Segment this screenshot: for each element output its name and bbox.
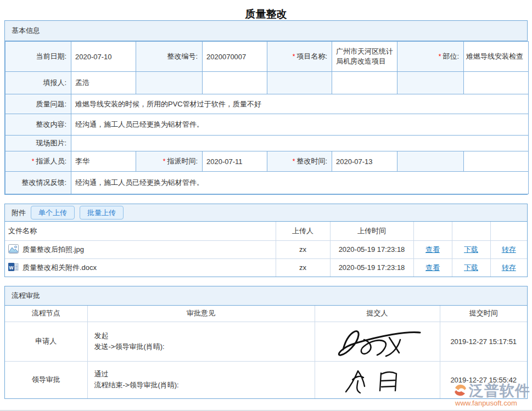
view-link[interactable]: 查看 [425, 263, 440, 272]
attachment-uploader: zx [276, 258, 330, 277]
field-label-assign-time: *指派时间: [136, 151, 203, 172]
attachment-upload-time: 2020-05-19 17:23:18 [330, 240, 413, 258]
approval-panel: 流程审批 流程节点 审批意见 提交人 提交时间 申请人 发起 发送->领导审批(… [4, 286, 528, 399]
col-header-submitter: 提交人 [315, 306, 440, 322]
single-upload-button[interactable]: 单个上传 [31, 206, 75, 219]
basic-info-panel: 基本信息 当前日期: 2020-07-10 整改编号: 2020070007 *… [4, 20, 528, 195]
field-value-code: 2020070007 [203, 42, 267, 72]
approval-title: 流程审批 [12, 291, 40, 301]
empty-label-cell [397, 151, 464, 172]
opinion-line: 通过 [94, 369, 311, 380]
empty-label-cell [397, 72, 464, 94]
field-value-current-date: 2020-07-10 [71, 42, 136, 72]
col-header-file-name: 文件名称 [5, 222, 276, 240]
approval-header: 流程审批 [5, 286, 527, 306]
field-value-part: 难燃导线安装检查 [464, 42, 529, 72]
empty-value-cell [464, 151, 529, 172]
col-header-empty [413, 222, 452, 240]
approval-table: 流程节点 审批意见 提交人 提交时间 申请人 发起 发送->领导审批(肖晴): [5, 306, 527, 398]
attachment-upload-time: 2020-05-19 17:23:18 [330, 258, 413, 277]
download-link[interactable]: 下载 [464, 245, 478, 254]
col-header-empty [490, 222, 527, 240]
field-label-project: *项目名称: [267, 42, 332, 72]
empty-value-cell [203, 72, 267, 94]
attachments-header: 附件 单个上传 批量上传 [5, 204, 527, 222]
download-link[interactable]: 下载 [464, 263, 478, 272]
page-title: 质量整改 [0, 0, 532, 20]
empty-value-cell [464, 72, 529, 94]
field-value-photo [71, 136, 529, 151]
required-marker: * [293, 53, 295, 60]
field-label-content: 整改内容: [5, 114, 71, 136]
flow-node: 申请人 [5, 322, 87, 361]
col-header-upload-time: 上传时间 [330, 222, 413, 240]
approval-row: 领导审批 通过 流程结束->领导审批(肖晴): 2019-12-27 15:55… [5, 361, 527, 398]
submitter-signature-menghao [318, 324, 436, 358]
field-label-current-date: 当前日期: [5, 42, 71, 72]
required-marker: * [163, 157, 166, 165]
submit-time: 2019-12-27 15:55:42 [440, 361, 527, 398]
attachments-title: 附件 [12, 208, 26, 218]
empty-label-cell [267, 72, 332, 94]
batch-upload-button[interactable]: 批量上传 [80, 206, 124, 219]
submit-time: 2019-12-27 15:17:51 [440, 322, 527, 361]
basic-info-table: 当前日期: 2020-07-10 整改编号: 2020070007 *项目名称:… [5, 41, 529, 194]
opinion-line: 发起 [94, 330, 311, 341]
field-value-assignee: 李华 [71, 151, 136, 172]
field-value-reporter: 孟浩 [71, 72, 136, 94]
col-header-uploader: 上传人 [276, 222, 330, 240]
opinion-line: 流程结束->领导审批(肖晴): [94, 380, 311, 391]
attachments-table: 文件名称 上传人 上传时间 质量整改后拍照.jpg zx 2020-05-19 … [5, 222, 527, 277]
field-label-rectify-time: *整改时间: [267, 151, 332, 172]
required-marker: * [293, 157, 295, 165]
field-label-assignee: *指派人员: [5, 151, 71, 172]
field-value-content: 经沟通，施工人员已经更换为铝材管件。 [71, 114, 529, 136]
attachments-panel: 附件 单个上传 批量上传 文件名称 上传人 上传时间 质量整改后拍照.jpg [4, 204, 528, 277]
field-label-feedback: 整改情况反馈: [5, 172, 71, 194]
attachment-file-name[interactable]: 质量整改相关附件.docx [23, 263, 97, 273]
svg-text:w: w [9, 264, 14, 270]
field-value-rectify-time: 2020-07-13 [332, 151, 397, 172]
field-label-code: 整改编号: [136, 42, 203, 72]
required-marker: * [32, 157, 35, 165]
word-file-icon: w [8, 262, 19, 273]
attachment-row: w 质量整改相关附件.docx zx 2020-05-19 17:23:18 查… [5, 258, 527, 277]
col-header-submit-time: 提交时间 [440, 306, 527, 322]
field-label-part: *部位: [397, 42, 464, 72]
vendor-url-text: www.fanpusoft.com [453, 399, 517, 407]
attachment-row: 质量整改后拍照.jpg zx 2020-05-19 17:23:18 查看 下载… [5, 240, 527, 258]
attachment-uploader: zx [276, 240, 330, 258]
transfer-link[interactable]: 转存 [502, 263, 516, 272]
col-header-empty [452, 222, 490, 240]
opinion-line: 发送->领导审批(肖晴): [94, 341, 311, 352]
flow-node: 领导审批 [5, 361, 87, 398]
submitter-signature-xiaoqing [318, 364, 436, 395]
col-header-opinion: 审批意见 [87, 306, 315, 322]
col-header-flow-node: 流程节点 [5, 306, 87, 322]
field-label-photo: 现场图片: [5, 136, 71, 151]
field-value-problem: 难燃导线安装的时候，所用的PVC管材过于软件，质量不好 [71, 94, 529, 114]
empty-label-cell [136, 72, 203, 94]
field-value-project: 广州市天河区统计局机房改造项目 [332, 42, 397, 72]
approval-row: 申请人 发起 发送->领导审批(肖晴): 2019-12-27 15:17:51 [5, 322, 527, 361]
view-link[interactable]: 查看 [425, 245, 440, 254]
attachment-file-name[interactable]: 质量整改后拍照.jpg [23, 245, 84, 255]
field-value-assign-time: 2020-07-11 [203, 151, 267, 172]
field-label-problem: 质量问题: [5, 94, 71, 114]
basic-info-header: 基本信息 [5, 21, 527, 41]
field-label-reporter: 填报人: [5, 72, 71, 94]
image-file-icon [8, 244, 19, 255]
required-marker: * [439, 53, 441, 60]
basic-info-title: 基本信息 [12, 26, 40, 36]
field-value-feedback: 经沟通，施工人员已经更换为铝材管件。 [71, 172, 529, 194]
transfer-link[interactable]: 转存 [502, 245, 516, 254]
empty-value-cell [332, 72, 397, 94]
